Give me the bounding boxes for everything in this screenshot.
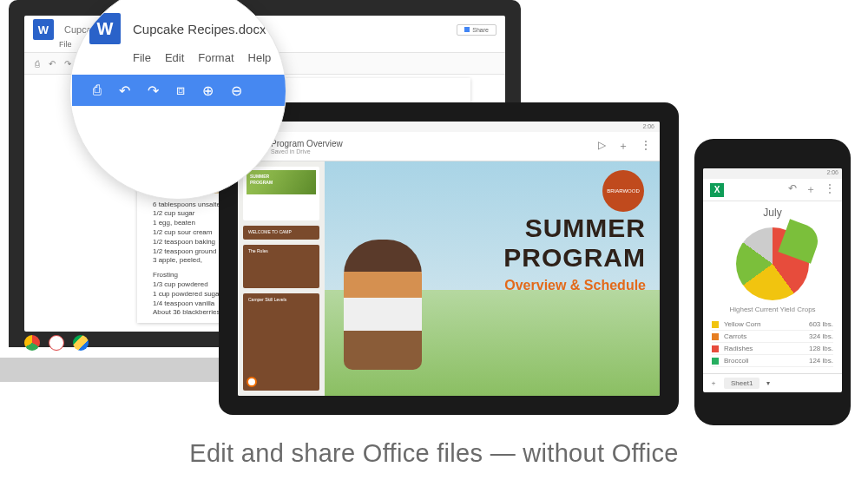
progress-dot-icon [247, 377, 257, 387]
sheet-dropdown-icon[interactable]: ▾ [766, 379, 770, 387]
crop-icon[interactable]: ⧈ [176, 82, 185, 98]
slides-app: 2:06 P Program Overview Saved in Drive ▷… [238, 122, 660, 396]
drive-icon[interactable] [73, 335, 89, 351]
menu-file[interactable]: File [59, 40, 72, 49]
zoom-out-icon[interactable]: ⊖ [231, 82, 242, 99]
slide-subtitle: Overview & Schedule [503, 278, 646, 293]
share-icon[interactable]: ＋ [806, 182, 816, 197]
presentation-title[interactable]: Program Overview [271, 139, 591, 148]
undo-icon[interactable]: ↶ [49, 59, 56, 69]
slide-title-2: PROGRAM [503, 243, 646, 273]
zoom-in-icon[interactable]: ⊕ [202, 82, 214, 99]
legend-row: Broccoli 124 lbs. [712, 355, 833, 367]
phone-device: 2:06 X ↶ ＋ ⋮ July Highest Current Yield … [694, 139, 851, 425]
swatch-icon [712, 321, 719, 328]
pie-chart[interactable] [736, 227, 809, 300]
undo-icon[interactable]: ↶ [119, 82, 130, 99]
marketing-tagline: Edit and share Office files — without Of… [0, 439, 868, 468]
clock: 2:06 [642, 123, 654, 129]
slide-thumbnails[interactable]: SUMMER PROGRAM WELCOME TO CAMP The Rules… [238, 161, 325, 396]
menu-format[interactable]: Format [198, 51, 233, 64]
share-button[interactable]: Share [457, 24, 496, 36]
menu-help[interactable]: Help [248, 51, 272, 64]
chrome-icon[interactable] [24, 335, 40, 351]
android-status-bar: 2:06 [238, 122, 660, 132]
print-icon[interactable]: ⎙ [35, 59, 40, 69]
legend-row: Radishes 128 lbs. [712, 343, 833, 355]
android-status-bar: 2:06 [703, 168, 842, 179]
excel-file-icon: X [710, 183, 724, 197]
slide-title-block: SUMMER PROGRAM Overview & Schedule [503, 214, 646, 293]
present-icon[interactable]: ▷ [598, 139, 606, 154]
menu-edit[interactable]: Edit [165, 51, 184, 64]
slide-thumb-4[interactable]: Camper Skill Levels [243, 293, 319, 391]
pie-slice-exploded [778, 219, 822, 263]
legend-row: Yellow Corn 603 lbs. [712, 319, 833, 331]
swatch-icon [712, 333, 719, 340]
gmail-icon[interactable] [49, 335, 64, 351]
overflow-icon[interactable]: ⋮ [825, 182, 835, 197]
add-slide-icon[interactable]: ＋ [618, 139, 628, 154]
tablet-device: 2:06 P Program Overview Saved in Drive ▷… [219, 102, 679, 415]
swatch-icon [712, 358, 719, 365]
sheet-tab-bar: ＋ Sheet1 ▾ [703, 373, 842, 392]
sheets-header: X ↶ ＋ ⋮ [703, 179, 842, 201]
slides-header: P Program Overview Saved in Drive ▷ ＋ ⋮ [238, 132, 660, 161]
menu-file[interactable]: File [133, 51, 151, 64]
print-icon[interactable]: ⎙ [93, 82, 102, 98]
redo-icon[interactable]: ↷ [148, 82, 159, 99]
clock: 2:06 [826, 169, 838, 175]
slide-canvas[interactable]: BRIARWOOD SUMMER PROGRAM Overview & Sche… [325, 161, 660, 396]
slide-thumb-3[interactable]: The Rules [243, 245, 319, 288]
legend-row: Carrots 324 lbs. [712, 331, 833, 343]
document-title[interactable]: Cupcake Recipes.docx [133, 22, 266, 36]
slide-title-1: SUMMER [503, 214, 646, 243]
undo-icon[interactable]: ↶ [788, 182, 797, 197]
menu-bar: File Edit Format Help [133, 51, 268, 64]
sheets-app: 2:06 X ↶ ＋ ⋮ July Highest Current Yield … [703, 168, 842, 392]
chart-legend: Yellow Corn 603 lbs. Carrots 324 lbs. Ra… [703, 319, 842, 367]
overflow-icon[interactable]: ⋮ [641, 139, 651, 154]
quick-toolbar: ⎙ ↶ ↷ ⧈ ⊕ ⊖ [72, 75, 286, 106]
camp-badge-icon: BRIARWOOD [602, 170, 644, 212]
slide-thumb-1[interactable]: SUMMER PROGRAM [243, 167, 319, 220]
slide-photo [344, 240, 422, 370]
sheet-month-label: July [703, 201, 842, 224]
sheet-tab[interactable]: Sheet1 [724, 378, 760, 389]
chrome-shelf [24, 335, 89, 351]
add-sheet-icon[interactable]: ＋ [710, 378, 717, 388]
word-file-icon: W [33, 19, 54, 40]
chart-title: Highest Current Yield Crops [703, 306, 842, 313]
save-status: Saved in Drive [271, 148, 591, 155]
swatch-icon [712, 345, 719, 352]
redo-icon[interactable]: ↷ [64, 59, 71, 69]
slide-thumb-2[interactable]: WELCOME TO CAMP [243, 226, 319, 240]
